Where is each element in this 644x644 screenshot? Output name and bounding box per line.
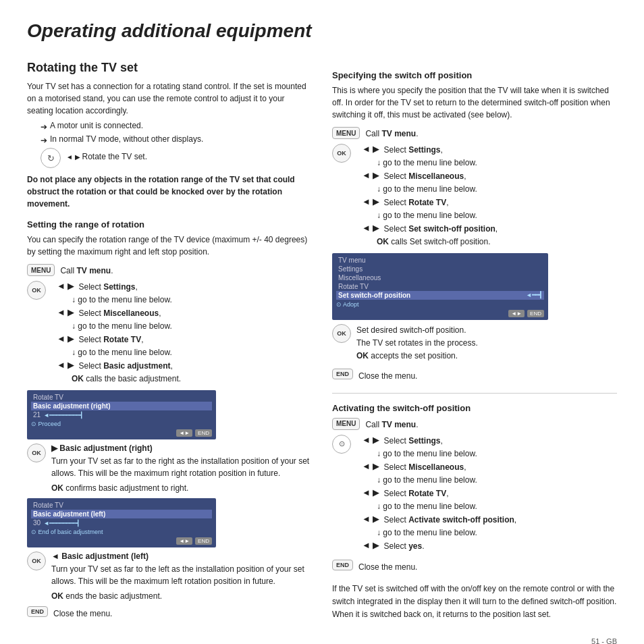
step-settings: ◄ ▶ Select Settings, — [57, 281, 312, 293]
ok-basic-call: OK calls the basic adjustment. — [72, 374, 312, 383]
goto-2: ↓ go to the menu line below. — [72, 321, 312, 331]
summary-text: If the TV set is switched off with the o… — [332, 583, 617, 622]
basic-right-title: ▶ Basic adjustment (right) — [51, 444, 312, 453]
menu-button-activate[interactable]: MENU — [332, 418, 360, 430]
ok-button-2[interactable]: OK — [27, 444, 46, 462]
menu-set-switch-off: Set switch-off position ◄━━┫ — [336, 291, 544, 300]
step-rotate-r: ◄ ▶ Select Rotate TV, — [362, 196, 617, 209]
basic-left-ok: OK ends the basic adjustment. — [51, 591, 312, 601]
step-basic-adj: ◄ ▶ Select Basic adjustment, — [57, 360, 312, 372]
tv-rotates-text: The TV set rotates in the process. — [356, 337, 617, 350]
menu-button-right[interactable]: MENU — [332, 127, 360, 139]
rotate-icon: ↻ — [41, 148, 61, 168]
ok-steps-row: OK ◄ ▶ Select Settings, ↓ go to the menu… — [27, 281, 312, 386]
arrow-misc-r: ◄ ▶ — [362, 170, 379, 180]
step-set-switch: ◄ ▶ Select Set switch-off position, — [362, 223, 617, 235]
step-settings-a: ◄ ▶ Select Settings, — [362, 435, 617, 447]
arrow-settings-a: ◄ ▶ — [362, 435, 379, 445]
step-misc-r: ◄ ▶ Select Miscellaneous, — [362, 170, 617, 182]
goto-r2: ↓ go to the menu line below. — [377, 184, 617, 194]
menu-box-basic-left: Rotate TV Basic adjustment (left) 30 ◄━━… — [27, 498, 216, 547]
basic-left-text: Turn your TV set as far to the left as t… — [51, 563, 312, 587]
menu-call-row-activate: MENU Call TV menu. — [332, 417, 617, 431]
menu-adopt-2: ⊙ End of basic adjustment — [31, 529, 212, 535]
arrow-rotate-a: ◄ ▶ — [362, 487, 379, 498]
menu-item-rotate-tv: Rotate TV — [31, 393, 212, 402]
arrow-misc-a: ◄ ▶ — [362, 461, 379, 471]
page-number: 51 — [591, 637, 599, 644]
circle-icon-activate: ⊙ — [332, 435, 351, 454]
end-close-row: END Close the menu. — [27, 606, 312, 620]
condition-1: A motor unit is connected. — [50, 121, 143, 130]
menu-box-basic-right: Rotate TV Basic adjustment (right) 21 ◄━… — [27, 390, 216, 439]
ok-basic-right-row: OK ▶ Basic adjustment (right) Turn your … — [27, 444, 312, 493]
goto-a1: ↓ go to the menu line below. — [377, 449, 617, 458]
menu-item-basic-left: Basic adjustment (left) — [31, 510, 212, 518]
goto-1: ↓ go to the menu line below. — [72, 295, 312, 304]
ok-button-3[interactable]: OK — [27, 552, 46, 570]
ok-accepts-text: OK accepts the set position. — [356, 350, 617, 363]
menu-adopt-switch: ⊙ Adopt — [336, 301, 544, 308]
arrow-yes: ◄ ▶ — [362, 540, 379, 550]
menu-item-rotate-tv-2: Rotate TV — [31, 501, 212, 510]
menu-button[interactable]: MENU — [27, 264, 55, 276]
ok-set-desired-row: OK Set desired switch-off position. The … — [332, 324, 617, 363]
ok-button-1[interactable]: OK — [27, 281, 46, 300]
goto-a2: ↓ go to the menu line below. — [377, 475, 617, 485]
goto-a4: ↓ go to the menu line below. — [377, 528, 617, 537]
menu-miscellaneous: Miscellaneous — [336, 273, 544, 282]
arrow-set-switch: ◄ ▶ — [362, 223, 379, 233]
close-menu-right: Close the menu. — [358, 369, 417, 382]
end-button-activate[interactable]: END — [332, 560, 353, 570]
menu-item-21: 21 ◄━━━━━━━━━┫ — [31, 410, 212, 419]
arrow-rotate: ◄ ▶ — [66, 153, 82, 161]
arrow-bullet-1: ➔ — [41, 122, 47, 132]
ok-steps-switch-row: OK ◄ ▶ Select Settings, ↓ go to the menu… — [332, 144, 617, 249]
basic-right-text: Turn your TV set as far to the right as … — [51, 455, 312, 479]
step-settings-r: ◄ ▶ Select Settings, — [362, 144, 617, 156]
menu-rotate-tv-3: Rotate TV — [336, 282, 544, 291]
arrow-misc: ◄ ▶ — [57, 307, 74, 317]
switch-off-intro: This is where you specify the position t… — [332, 84, 617, 121]
end-button-right[interactable]: END — [332, 369, 353, 379]
arrow-rotate-r: ◄ ▶ — [362, 196, 379, 207]
menu-item-basic-right: Basic adjustment (right) — [31, 402, 212, 410]
section-divider — [332, 393, 617, 394]
basic-left-title: ◄ Basic adjustment (left) — [51, 552, 312, 561]
arrow-activate: ◄ ▶ — [362, 514, 379, 524]
warning-text: Do not place any objects in the rotation… — [27, 173, 312, 210]
close-menu-left: Close the menu. — [53, 606, 112, 620]
arrow-settings-r: ◄ ▶ — [362, 144, 379, 154]
intro-text: Your TV set has a connection for a rotat… — [27, 80, 312, 117]
step-yes: ◄ ▶ Select yes. — [362, 540, 617, 552]
flag-indicator: GB — [606, 637, 617, 644]
menu-adopt-1: ⊙ Proceed — [31, 421, 212, 427]
menu-box-switch-off: TV menu Settings Miscellaneous Rotate TV… — [332, 253, 548, 320]
section-rotating: Rotating the TV set — [27, 61, 312, 75]
menu-settings: Settings — [336, 265, 544, 273]
rotate-label: Rotate the TV set. — [82, 152, 147, 161]
step-activate-switch: ◄ ▶ Select Activate switch-off position, — [362, 514, 617, 526]
left-column: Rotating the TV set Your TV set has a co… — [27, 61, 312, 625]
activating-title: Activating the switch-off position — [332, 403, 617, 413]
setting-range-text: You can specify the rotation range of th… — [27, 234, 312, 258]
ok-button-switch[interactable]: OK — [332, 144, 351, 163]
conditions-block: ➔ A motor unit is connected. ➔ In normal… — [41, 121, 312, 145]
goto-a3: ↓ go to the menu line below. — [377, 502, 617, 511]
ok-button-desired[interactable]: OK — [332, 324, 351, 343]
menu-call-row-right: MENU Call TV menu. — [332, 126, 617, 140]
setting-range-title: Setting the range of rotation — [27, 219, 312, 230]
step-rotate-a: ◄ ▶ Select Rotate TV, — [362, 487, 617, 500]
arrow-basic: ◄ ▶ — [57, 360, 74, 370]
rotate-row: ↻ ◄ ▶ Rotate the TV set. — [41, 148, 312, 168]
arrow-bullet-2: ➔ — [41, 136, 47, 145]
step-rotate-tv: ◄ ▶ Select Rotate TV, — [57, 333, 312, 346]
menu-call-row: MENU Call TV menu. — [27, 263, 312, 277]
ok-set-switch: OK calls Set switch-off position. — [377, 237, 617, 246]
end-close-row-right: END Close the menu. — [332, 369, 617, 382]
condition-2: In normal TV mode, without other display… — [50, 134, 203, 144]
menu-footer-1: ◄►END — [31, 429, 212, 437]
end-button-1[interactable]: END — [27, 606, 48, 617]
step-miscellaneous: ◄ ▶ Select Miscellaneous, — [57, 307, 312, 319]
ok-activate-row: ⊙ ◄ ▶ Select Settings, ↓ go to the menu … — [332, 435, 617, 554]
